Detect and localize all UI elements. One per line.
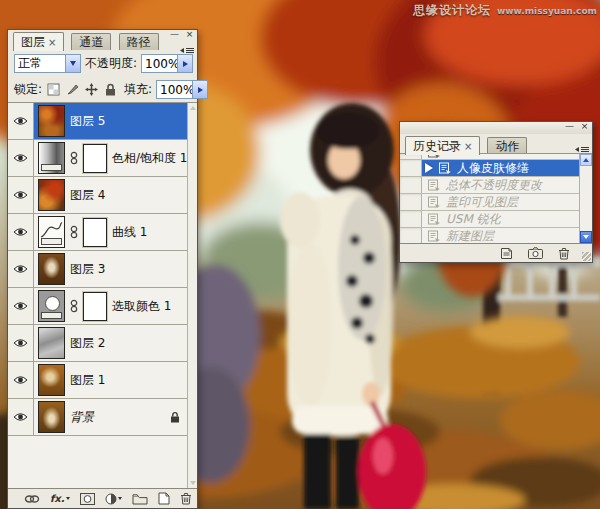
visibility-toggle[interactable] <box>8 399 34 435</box>
adjustment-thumbnail[interactable] <box>38 216 65 248</box>
fill-input[interactable]: 100% <box>156 80 208 99</box>
layer-mask-thumbnail[interactable] <box>83 292 107 321</box>
current-state-marker-icon[interactable] <box>425 163 433 173</box>
watermark: 思缘设计论坛 www.missyuan.com <box>413 2 597 19</box>
opacity-label: 不透明度: <box>85 55 137 72</box>
adjustment-thumbnail[interactable] <box>38 290 65 322</box>
resize-grip[interactable] <box>582 252 591 261</box>
palette-menu-icon[interactable] <box>179 40 195 59</box>
lock-position-icon[interactable] <box>84 82 99 97</box>
layer-row-layer5[interactable]: 图层 5 <box>8 103 187 140</box>
history-item-current[interactable]: 人像皮肤修缮 <box>400 160 579 177</box>
visibility-toggle[interactable] <box>8 288 34 324</box>
delete-layer-button[interactable] <box>180 492 192 505</box>
eye-icon <box>13 227 28 237</box>
history-item-undone[interactable]: USM 锐化 <box>400 211 579 228</box>
layer-row-layer4[interactable]: 图层 4 <box>8 177 187 214</box>
tab-layers[interactable]: 图层 × <box>13 32 64 51</box>
layer-name: 曲线 1 <box>112 224 147 241</box>
close-button[interactable]: × <box>579 122 590 132</box>
layers-scrollbar[interactable] <box>187 103 197 488</box>
layer-name: 图层 3 <box>70 261 105 278</box>
visibility-toggle[interactable] <box>8 325 34 361</box>
history-source-well[interactable] <box>400 160 422 176</box>
history-state-icon <box>427 230 441 242</box>
history-item-undone[interactable]: 新建图层 <box>400 228 579 243</box>
tab-channels[interactable]: 通道 <box>71 33 111 50</box>
layer-row-curves[interactable]: 曲线 1 <box>8 214 187 251</box>
layer-row-layer3[interactable]: 图层 3 <box>8 251 187 288</box>
lock-transparency-icon[interactable] <box>46 82 61 97</box>
layers-palette: 图层 × 通道 路径 — × 正常 不透明度: 1 <box>7 29 198 509</box>
tab-history-label: 历史记录 <box>413 138 461 155</box>
minimize-button[interactable]: — <box>169 30 180 40</box>
new-group-button[interactable] <box>132 493 148 505</box>
visibility-toggle[interactable] <box>8 362 34 398</box>
visibility-toggle[interactable] <box>8 251 34 287</box>
adjustment-thumbnail[interactable] <box>38 142 65 174</box>
minimize-button[interactable]: — <box>564 122 575 132</box>
layer-mask-thumbnail[interactable] <box>83 218 107 247</box>
new-snapshot-button[interactable] <box>528 247 543 259</box>
history-item-label: 新建图层 <box>446 228 494 243</box>
new-document-from-state-button[interactable] <box>500 247 513 260</box>
layer-thumbnail[interactable] <box>38 401 65 433</box>
visibility-toggle[interactable] <box>8 177 34 213</box>
layer-thumbnail[interactable] <box>38 253 65 285</box>
history-state-icon <box>427 179 441 191</box>
close-button[interactable]: × <box>184 30 195 40</box>
chevron-down-icon[interactable] <box>65 55 80 72</box>
layers-palette-tabstrip: 图层 × 通道 路径 — × <box>8 30 197 50</box>
delete-state-button[interactable] <box>558 247 570 260</box>
new-layer-button[interactable] <box>158 492 170 505</box>
history-titlebar[interactable]: — × <box>400 122 592 134</box>
eye-icon <box>13 190 28 200</box>
mask-link-icon[interactable] <box>70 151 78 165</box>
blend-mode-value: 正常 <box>15 55 65 72</box>
layer-style-button[interactable]: fx. <box>50 493 70 504</box>
layer-thumbnail[interactable] <box>38 327 65 359</box>
lock-pixels-icon[interactable] <box>65 82 80 97</box>
layer-thumbnail[interactable] <box>38 179 65 211</box>
tab-history[interactable]: 历史记录 × <box>405 136 480 155</box>
history-item-undone[interactable]: 盖印可见图层 <box>400 194 579 211</box>
layer-row-hue-saturation[interactable]: 色相/饱和度 1 <box>8 140 187 177</box>
layer-row-selective-color[interactable]: 选取颜色 1 <box>8 288 187 325</box>
link-layers-button[interactable] <box>24 494 40 504</box>
scroll-down-button[interactable] <box>580 231 592 243</box>
lock-label: 锁定: <box>14 81 42 98</box>
history-source-well[interactable] <box>400 228 422 243</box>
layer-row-layer2[interactable]: 图层 2 <box>8 325 187 362</box>
layer-mask-thumbnail[interactable] <box>83 144 107 173</box>
visibility-toggle[interactable] <box>8 214 34 250</box>
history-source-well[interactable] <box>400 177 422 193</box>
curves-icon <box>40 220 63 239</box>
new-adjustment-layer-button[interactable] <box>105 493 122 505</box>
blend-mode-row: 正常 不透明度: 100% <box>8 50 197 77</box>
tab-close-icon[interactable]: × <box>464 141 472 152</box>
history-item-label: 人像皮肤修缮 <box>457 160 529 176</box>
history-state-icon <box>438 162 452 174</box>
visibility-toggle[interactable] <box>8 103 34 139</box>
layer-thumbnail[interactable] <box>38 364 65 396</box>
history-item-undone[interactable]: 总体不透明度更改 <box>400 177 579 194</box>
layer-row-background[interactable]: 背景 <box>8 399 187 436</box>
palette-menu-icon[interactable] <box>574 139 590 158</box>
fill-label: 填充: <box>124 81 152 98</box>
history-source-well[interactable] <box>400 211 422 227</box>
history-source-well[interactable] <box>400 194 422 210</box>
chevron-right-icon[interactable] <box>192 81 207 98</box>
tab-paths[interactable]: 路径 <box>119 33 159 50</box>
add-layer-mask-button[interactable] <box>80 493 95 505</box>
layer-thumbnail[interactable] <box>38 105 65 137</box>
tab-close-icon[interactable]: × <box>48 37 56 48</box>
mask-link-icon[interactable] <box>70 225 78 239</box>
layer-row-layer1[interactable]: 图层 1 <box>8 362 187 399</box>
layer-name: 色相/饱和度 1 <box>112 150 187 167</box>
blend-mode-select[interactable]: 正常 <box>14 54 81 73</box>
tab-actions[interactable]: 动作 <box>487 137 527 154</box>
mask-link-icon[interactable] <box>70 299 78 313</box>
history-scrollbar[interactable] <box>579 154 592 243</box>
visibility-toggle[interactable] <box>8 140 34 176</box>
lock-all-icon[interactable] <box>103 82 118 97</box>
